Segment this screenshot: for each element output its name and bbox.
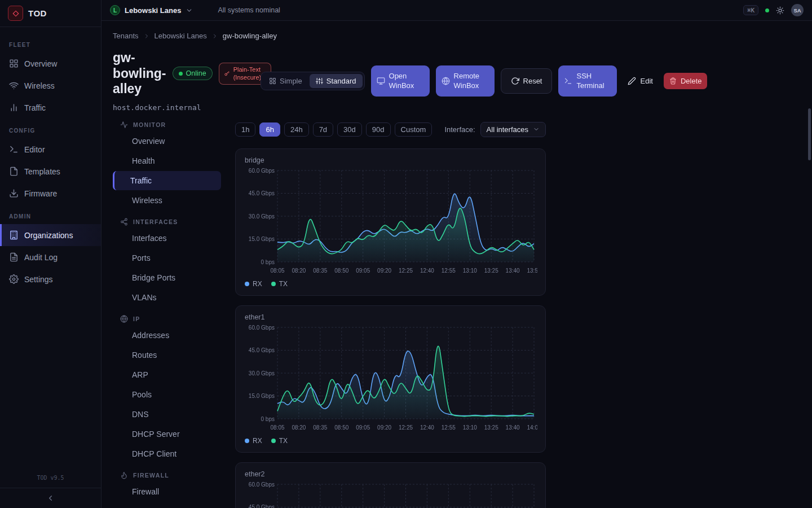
svg-text:09:20: 09:20 [377, 424, 391, 431]
subnav-item-pools[interactable]: Pools [113, 385, 221, 404]
sidebar-item-label: Wireless [24, 81, 55, 90]
svg-text:12:55: 12:55 [442, 424, 456, 431]
svg-text:12:55: 12:55 [442, 268, 456, 274]
tenant-name: Lebowski Lanes [125, 6, 181, 15]
sidebar-item-editor[interactable]: Editor [0, 138, 101, 160]
time-range-30d[interactable]: 30d [337, 122, 362, 137]
view-mode-label: Simple [280, 77, 302, 85]
chart-legend: RXTX [245, 437, 536, 445]
legend-tx: TX [271, 437, 288, 445]
download-icon [9, 189, 19, 198]
device-subnav: MONITOROverviewHealthTrafficWirelessINTE… [113, 120, 221, 508]
building-icon [9, 230, 19, 240]
chart-plot: 0 bps15.0 Gbps30.0 Gbps45.0 Gbps60.0 Gbp… [245, 323, 537, 435]
subnav-item-dhcp-server[interactable]: DHCP Server [113, 424, 221, 444]
time-range-custom[interactable]: Custom [395, 122, 433, 137]
app-logo[interactable]: TOD [0, 0, 101, 27]
action-buttons: Open WinBoxRemote WinBoxResetSSH Termina… [371, 65, 708, 97]
charts-column: 1h6h24h7d30d90dCustom Interface: All int… [235, 120, 546, 508]
time-range-1h[interactable]: 1h [235, 122, 255, 137]
subnav-item-addresses[interactable]: Addresses [113, 326, 221, 345]
time-range-90d[interactable]: 90d [366, 122, 391, 137]
subnav-item-mangle[interactable]: Mangle [113, 502, 221, 508]
trash-icon [669, 77, 677, 85]
sidebar-collapse-button[interactable] [0, 488, 101, 508]
sidebar-item-settings[interactable]: Settings [0, 268, 101, 290]
time-range-6h[interactable]: 6h [259, 122, 280, 137]
time-range-24h[interactable]: 24h [284, 122, 309, 137]
svg-text:13:25: 13:25 [484, 424, 498, 431]
svg-text:12:25: 12:25 [399, 424, 413, 431]
svg-text:45.0 Gbps: 45.0 Gbps [249, 504, 275, 508]
subnav-item-ports[interactable]: Ports [113, 248, 221, 268]
sidebar-item-label: Templates [24, 167, 60, 176]
tenant-switcher[interactable]: L Lebowski Lanes [110, 5, 193, 15]
file-icon [9, 167, 19, 176]
charts-toolbar: 1h6h24h7d30d90dCustom Interface: All int… [235, 122, 546, 137]
device-header: gw-bowling-alley Online Plain-Text (Inse… [113, 50, 261, 112]
svg-text:09:20: 09:20 [377, 268, 391, 274]
chart-title: ether1 [245, 313, 536, 321]
interface-filter-label: Interface: [444, 125, 475, 134]
svg-text:0 bps: 0 bps [261, 415, 275, 422]
time-range-7d[interactable]: 7d [313, 122, 333, 137]
chart-plot: 0 bps15.0 Gbps30.0 Gbps45.0 Gbps60.0 Gbp… [245, 480, 537, 508]
command-palette-shortcut[interactable]: ⌘K [743, 5, 758, 15]
delete-button[interactable]: Delete [664, 73, 708, 90]
legend-rx: RX [245, 280, 262, 288]
remote-winbox-button[interactable]: Remote WinBox [436, 65, 495, 97]
subnav-item-health[interactable]: Health [113, 151, 221, 170]
tenant-avatar: L [110, 5, 120, 15]
sidebar-item-label: Firmware [24, 189, 57, 198]
view-mode-standard[interactable]: Standard [310, 74, 363, 88]
reset-button[interactable]: Reset [501, 68, 553, 94]
legend-dot [271, 282, 276, 286]
breadcrumb-tenants[interactable]: Tenants [113, 32, 139, 40]
subnav-item-interfaces[interactable]: Interfaces [113, 229, 221, 248]
subnav-item-routes[interactable]: Routes [113, 345, 221, 365]
sidebar-item-organizations[interactable]: Organizations [0, 224, 101, 246]
subnav-item-traffic[interactable]: Traffic [113, 171, 221, 190]
interface-select[interactable]: All interfaces [480, 122, 546, 137]
breadcrumb-tenant[interactable]: Lebowski Lanes [155, 32, 207, 40]
sidebar-item-templates[interactable]: Templates [0, 160, 101, 182]
view-mode-simple[interactable]: Simple [263, 74, 308, 88]
header-controls: SimpleStandard Open WinBoxRemote WinBoxR… [261, 50, 801, 112]
button-label: SSH Terminal [576, 71, 611, 91]
subnav-item-wireless[interactable]: Wireless [113, 191, 221, 210]
svg-text:12:40: 12:40 [420, 424, 434, 431]
ssh-terminal-button[interactable]: SSH Terminal [558, 65, 617, 97]
subnav-item-overview[interactable]: Overview [113, 132, 221, 151]
sidebar-item-wireless[interactable]: Wireless [0, 75, 101, 97]
theme-toggle-icon[interactable] [776, 6, 784, 15]
svg-text:60.0 Gbps: 60.0 Gbps [249, 481, 275, 487]
system-status: All systems nominal [218, 6, 280, 14]
topbar-right: ⌘K SA [743, 4, 804, 16]
svg-text:13:10: 13:10 [463, 268, 477, 274]
page-scrollbar[interactable] [808, 108, 811, 160]
sidebar: TOD FLEETOverviewWirelessTrafficCONFIGEd… [0, 0, 102, 508]
svg-text:45.0 Gbps: 45.0 Gbps [249, 347, 275, 353]
breadcrumb-current: gw-bowling-alley [223, 32, 277, 40]
subnav-item-firewall[interactable]: Firewall [113, 482, 221, 501]
subnav-item-bridge-ports[interactable]: Bridge Ports [113, 268, 221, 287]
svg-text:15.0 Gbps: 15.0 Gbps [249, 393, 275, 399]
sidebar-section-fleet: FLEET [9, 42, 92, 48]
edit-button[interactable]: Edit [623, 73, 657, 90]
subnav-item-arp[interactable]: ARP [113, 365, 221, 384]
sidebar-footer: TOD v9.5 [0, 470, 101, 508]
sidebar-section-admin: ADMIN [9, 213, 92, 220]
sidebar-item-audit-log[interactable]: Audit Log [0, 246, 101, 268]
legend-rx: RX [245, 437, 262, 445]
svg-text:15.0 Gbps: 15.0 Gbps [249, 236, 275, 242]
subnav-item-vlans[interactable]: VLANs [113, 288, 221, 307]
main-content: Tenants Lebowski Lanes gw-bowling-alley … [102, 21, 812, 508]
subnav-item-dhcp-client[interactable]: DHCP Client [113, 444, 221, 463]
sidebar-item-traffic[interactable]: Traffic [0, 97, 101, 119]
user-avatar[interactable]: SA [791, 4, 804, 16]
subnav-item-dns[interactable]: DNS [113, 405, 221, 424]
sidebar-item-overview[interactable]: Overview [0, 52, 101, 75]
globe-icon [120, 315, 128, 323]
open-winbox-button[interactable]: Open WinBox [371, 65, 430, 97]
sidebar-item-firmware[interactable]: Firmware [0, 182, 101, 204]
